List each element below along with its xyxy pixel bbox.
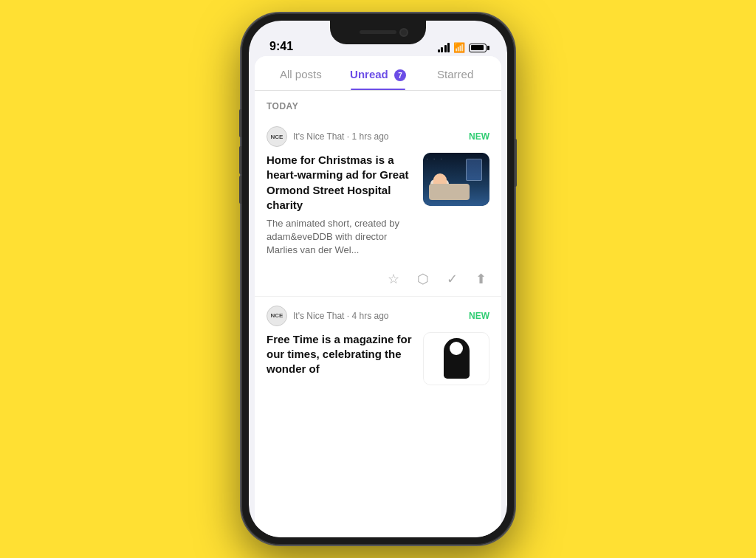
front-camera bbox=[399, 28, 408, 37]
tag-button[interactable]: ⬡ bbox=[417, 271, 429, 287]
tab-unread[interactable]: Unread 7 bbox=[340, 56, 417, 90]
battery-fill bbox=[471, 45, 484, 50]
tabs-bar: All posts Unread 7 Starred bbox=[255, 56, 501, 91]
phone-frame: 9:41 📶 bbox=[241, 13, 515, 545]
thumbnail-bed bbox=[429, 184, 470, 200]
article-actions: ☆ ⬡ ✓ ⬆ bbox=[267, 265, 489, 296]
signal-icon bbox=[438, 43, 450, 52]
phone-screen: 9:41 📶 bbox=[249, 21, 507, 537]
article-card: NCE It's Nice That · 1 hrs ago NEW bbox=[255, 117, 501, 297]
article-meta-left: NCE It's Nice That · 1 hrs ago bbox=[267, 126, 389, 147]
unread-badge: 7 bbox=[394, 69, 406, 81]
article-2-title: Free Time is a magazine for our times, c… bbox=[267, 332, 414, 377]
battery-icon bbox=[469, 44, 487, 52]
tab-all-posts[interactable]: All posts bbox=[262, 56, 340, 90]
article-title: Home for Christmas is a heart-warming ad… bbox=[267, 153, 414, 213]
source-info: It's Nice That · 1 hrs ago bbox=[293, 131, 389, 142]
share-button[interactable]: ⬆ bbox=[475, 271, 487, 287]
section-header-today: TODAY bbox=[255, 91, 501, 117]
article-2-text: Free Time is a magazine for our times, c… bbox=[267, 332, 414, 385]
article-thumbnail: · · · bbox=[423, 153, 489, 206]
tab-starred[interactable]: Starred bbox=[416, 56, 494, 90]
content-area: All posts Unread 7 Starred TODAY bbox=[255, 56, 501, 537]
article-body: Home for Christmas is a heart-warming ad… bbox=[267, 153, 489, 258]
thumbnail-stars: · · · bbox=[427, 156, 444, 161]
article-card-2: NCE It's Nice That · 4 hrs ago NEW bbox=[255, 297, 501, 385]
article-2-meta-left: NCE It's Nice That · 4 hrs ago bbox=[267, 306, 389, 326]
wifi-icon: 📶 bbox=[453, 42, 465, 53]
article-2-thumbnail bbox=[423, 332, 489, 385]
article-excerpt: The animated short, created by adam&eveD… bbox=[267, 217, 414, 258]
status-icons: 📶 bbox=[438, 42, 487, 56]
thumbnail-window bbox=[466, 159, 482, 181]
article-text: Home for Christmas is a heart-warming ad… bbox=[267, 153, 414, 258]
source-logo: NCE bbox=[267, 126, 287, 147]
phone-outer-shell: 9:41 📶 bbox=[241, 13, 515, 545]
star-button[interactable]: ☆ bbox=[388, 271, 399, 287]
article-meta: NCE It's Nice That · 1 hrs ago NEW bbox=[267, 126, 489, 147]
new-badge-2: NEW bbox=[469, 311, 489, 321]
new-badge: NEW bbox=[469, 131, 489, 142]
source-2-info: It's Nice That · 4 hrs ago bbox=[293, 311, 389, 321]
mark-read-button[interactable]: ✓ bbox=[447, 271, 458, 287]
speaker bbox=[360, 30, 396, 34]
notch bbox=[330, 21, 426, 44]
article-2-meta: NCE It's Nice That · 4 hrs ago NEW bbox=[267, 306, 489, 326]
article-2-body: Free Time is a magazine for our times, c… bbox=[267, 332, 489, 385]
source-2-logo: NCE bbox=[267, 306, 287, 326]
thumb2-figure bbox=[444, 338, 470, 379]
thumbnail-scene: · · · bbox=[423, 153, 489, 206]
status-time: 9:41 bbox=[269, 40, 293, 56]
